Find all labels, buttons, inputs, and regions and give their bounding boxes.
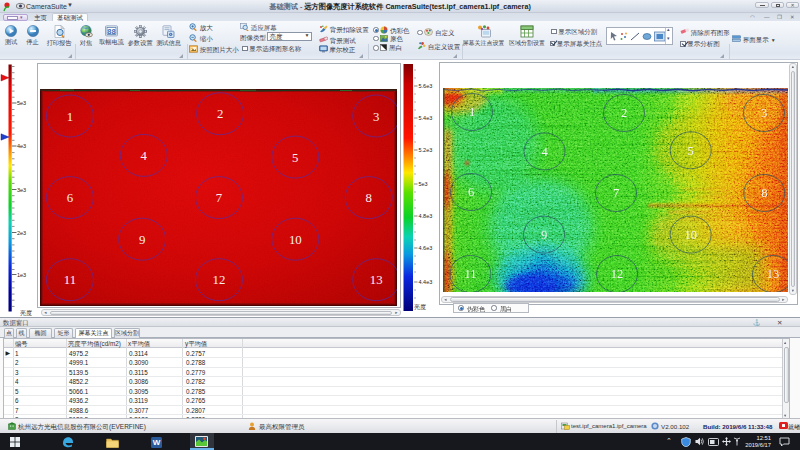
svg-text:1e3: 1e3: [17, 272, 26, 278]
svg-text:10: 10: [684, 228, 697, 242]
svg-text:5e3: 5e3: [419, 181, 428, 187]
svg-text:11: 11: [63, 273, 75, 287]
svg-text:5: 5: [292, 151, 298, 165]
svg-text:3: 3: [761, 106, 767, 120]
svg-text:3e3: 3e3: [17, 187, 26, 193]
svg-text:13: 13: [369, 273, 382, 287]
svg-text:5.4e3: 5.4e3: [419, 115, 433, 121]
svg-text:4.8e3: 4.8e3: [419, 213, 433, 219]
svg-text:13: 13: [767, 267, 780, 281]
svg-text:88: 88: [107, 27, 115, 36]
svg-text:1: 1: [469, 105, 475, 119]
svg-text:2e3: 2e3: [17, 230, 26, 236]
svg-text:9: 9: [541, 228, 547, 242]
svg-text:5: 5: [688, 144, 694, 158]
svg-text:5.6e3: 5.6e3: [419, 83, 433, 89]
svg-text:8: 8: [365, 191, 371, 205]
svg-text:4: 4: [140, 149, 147, 163]
svg-text:7: 7: [613, 186, 619, 200]
svg-text:12: 12: [611, 267, 624, 281]
svg-text:6: 6: [468, 185, 474, 199]
svg-text:1: 1: [66, 110, 72, 124]
svg-text:4.4e3: 4.4e3: [419, 279, 433, 285]
svg-text:5.2e3: 5.2e3: [419, 147, 433, 153]
svg-text:W: W: [153, 438, 161, 447]
svg-text:9: 9: [138, 233, 144, 247]
svg-text:2: 2: [216, 107, 222, 121]
svg-text:8: 8: [761, 186, 767, 200]
svg-text:4e3: 4e3: [17, 143, 26, 149]
svg-text:4.6e3: 4.6e3: [419, 245, 433, 251]
svg-text:10: 10: [288, 233, 301, 247]
svg-text:12: 12: [212, 273, 225, 287]
svg-text:4: 4: [541, 145, 548, 159]
svg-text:2: 2: [621, 106, 627, 120]
svg-text:7: 7: [215, 191, 222, 205]
svg-text:3: 3: [372, 110, 378, 124]
svg-text:11: 11: [464, 267, 476, 281]
svg-text:6: 6: [66, 191, 73, 205]
svg-text:5e3: 5e3: [17, 100, 26, 106]
